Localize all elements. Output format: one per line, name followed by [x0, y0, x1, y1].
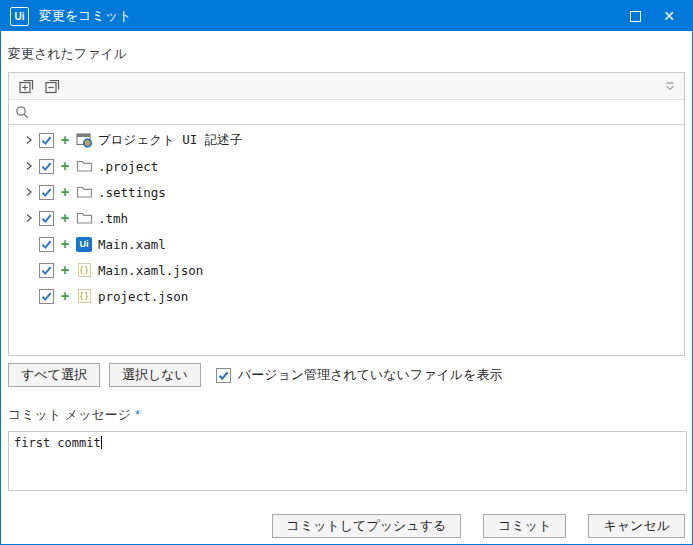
- dialog-footer: コミットしてプッシュする コミット キャンセル: [8, 514, 685, 538]
- chevron-right-icon[interactable]: [21, 134, 37, 146]
- tree-row-settings-folder[interactable]: + .settings: [9, 179, 684, 205]
- tree-row-ui-descriptors[interactable]: + プロジェクト UI 記述子: [9, 127, 684, 153]
- added-status-badge: +: [56, 158, 74, 174]
- close-button[interactable]: ✕: [652, 1, 686, 31]
- added-status-badge: +: [56, 132, 74, 148]
- uipath-file-icon: Ui: [74, 237, 94, 252]
- changed-files-label: 変更されたファイル: [8, 45, 685, 63]
- file-name: project.json: [98, 289, 188, 304]
- select-none-button[interactable]: 選択しない: [109, 363, 201, 387]
- tree-row-project-folder[interactable]: + .project: [9, 153, 684, 179]
- close-icon: ✕: [663, 9, 675, 23]
- file-name: Main.xaml.json: [98, 263, 203, 278]
- show-unversioned-control: バージョン管理されていないファイルを表示: [214, 366, 503, 384]
- commit-changes-dialog: Ui 変更をコミット ✕ 変更されたファイル: [0, 0, 693, 545]
- window-title: 変更をコミット: [39, 7, 618, 25]
- folder-icon: [74, 211, 94, 225]
- tree-row-tmh-folder[interactable]: + .tmh: [9, 205, 684, 231]
- show-unversioned-label: バージョン管理されていないファイルを表示: [238, 366, 503, 384]
- dialog-body: 変更されたファイル: [1, 31, 692, 544]
- chevron-right-icon[interactable]: [21, 212, 37, 224]
- file-checkbox[interactable]: [39, 211, 54, 226]
- file-name: プロジェクト UI 記述子: [98, 132, 242, 149]
- collapse-all-button[interactable]: [41, 75, 63, 97]
- tree-row-project-json[interactable]: + {} project.json: [9, 283, 684, 309]
- expand-all-button[interactable]: [15, 75, 37, 97]
- selection-controls: すべて選択 選択しない バージョン管理されていないファイルを表示: [8, 363, 685, 387]
- commit-message-value: first commit: [14, 436, 101, 450]
- tree-row-main-xaml-json[interactable]: + {} Main.xaml.json: [9, 257, 684, 283]
- maximize-icon: [630, 11, 641, 22]
- file-search-input[interactable]: [36, 105, 678, 119]
- commit-and-push-button[interactable]: コミットしてプッシュする: [272, 514, 462, 538]
- expand-all-icon: [18, 78, 35, 95]
- json-file-icon: {}: [74, 263, 94, 277]
- file-checkbox[interactable]: [39, 185, 54, 200]
- file-name: Main.xaml: [98, 237, 166, 252]
- titlebar: Ui 変更をコミット ✕: [1, 1, 692, 31]
- file-checkbox[interactable]: [39, 159, 54, 174]
- file-checkbox[interactable]: [39, 263, 54, 278]
- added-status-badge: +: [56, 236, 74, 252]
- file-checkbox[interactable]: [39, 133, 54, 148]
- file-search-bar: [9, 100, 684, 125]
- select-all-button[interactable]: すべて選択: [8, 363, 100, 387]
- chevron-right-icon[interactable]: [21, 160, 37, 172]
- required-marker: *: [135, 407, 140, 422]
- file-checkbox[interactable]: [39, 237, 54, 252]
- search-icon: [15, 105, 30, 120]
- folder-icon: [74, 185, 94, 199]
- collapse-all-icon: [44, 78, 61, 95]
- folder-icon: [74, 159, 94, 173]
- commit-message-input[interactable]: first commit: [8, 431, 687, 491]
- chevron-down-icon: [664, 81, 676, 92]
- show-unversioned-checkbox[interactable]: [216, 368, 231, 383]
- cancel-button[interactable]: キャンセル: [588, 514, 685, 538]
- added-status-badge: +: [56, 210, 74, 226]
- tree-toolbar: [9, 73, 684, 100]
- chevron-right-icon[interactable]: [21, 186, 37, 198]
- file-name: .settings: [98, 185, 166, 200]
- commit-message-label: コミット メッセージ*: [8, 406, 685, 424]
- ui-descriptors-icon: [74, 133, 94, 148]
- maximize-button[interactable]: [618, 1, 652, 31]
- uipath-logo-icon: Ui: [10, 7, 29, 26]
- commit-button[interactable]: コミット: [483, 514, 566, 538]
- file-tree: + プロジェクト UI 記述子: [9, 125, 684, 355]
- changed-files-panel: + プロジェクト UI 記述子: [8, 72, 685, 356]
- file-name: .project: [98, 159, 158, 174]
- text-caret: [101, 436, 102, 449]
- tree-row-main-xaml[interactable]: + Ui Main.xaml: [9, 231, 684, 257]
- json-file-icon: {}: [74, 289, 94, 303]
- added-status-badge: +: [56, 288, 74, 304]
- added-status-badge: +: [56, 184, 74, 200]
- file-checkbox[interactable]: [39, 289, 54, 304]
- toolbar-overflow-button[interactable]: [662, 78, 678, 94]
- file-name: .tmh: [98, 211, 128, 226]
- added-status-badge: +: [56, 262, 74, 278]
